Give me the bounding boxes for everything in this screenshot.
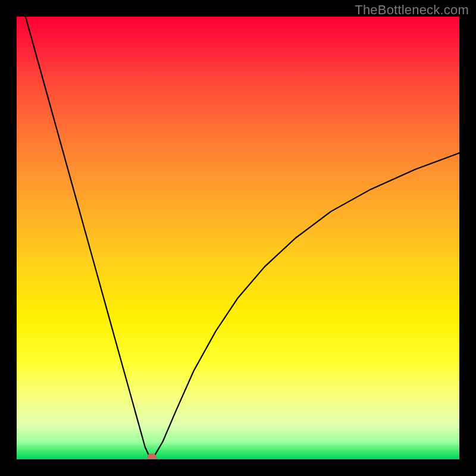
optimal-point-marker — [147, 453, 156, 459]
bottleneck-curve — [17, 17, 459, 459]
attribution-watermark: TheBottleneck.com — [355, 2, 469, 18]
plot-area — [17, 17, 459, 459]
chart-frame: TheBottleneck.com — [0, 0, 476, 476]
